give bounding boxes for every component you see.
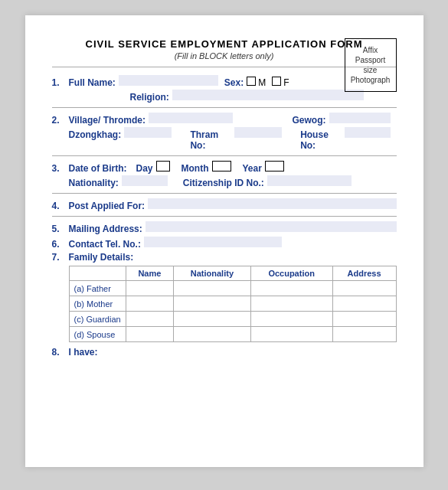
table-row: (a) Father <box>69 281 396 296</box>
field-number-4: 4. <box>52 201 69 211</box>
house-input[interactable] <box>345 127 391 138</box>
day-input[interactable] <box>156 161 170 172</box>
year-input[interactable] <box>265 161 284 172</box>
contact-input[interactable] <box>144 237 282 247</box>
year-label: Year <box>243 163 262 174</box>
table-row: (d) Spouse <box>69 327 396 342</box>
fullname-input[interactable] <box>119 75 218 86</box>
sex-f-checkbox[interactable] <box>272 77 281 86</box>
col-header-occupation: Occupation <box>250 266 332 281</box>
village-input[interactable] <box>149 113 233 123</box>
father-name[interactable] <box>126 281 173 296</box>
day-label: Day <box>136 163 153 174</box>
guardian-address[interactable] <box>332 312 396 327</box>
table-row: (b) Mother <box>69 296 396 312</box>
col-header-nationality: Nationality <box>174 266 251 281</box>
thram-label: Thram No: <box>190 129 231 151</box>
nationality-input[interactable] <box>122 175 168 186</box>
divider-5 <box>52 216 397 217</box>
table-row: (c) Guardian <box>69 312 396 327</box>
nationality-row: Nationality: Citizenship ID No.: <box>52 175 397 188</box>
spouse-label: (d) Spouse <box>69 327 126 342</box>
family-label: Family Details: <box>69 252 134 263</box>
post-input[interactable] <box>148 198 396 209</box>
col-header-address: Address <box>332 266 396 281</box>
col-header-empty <box>69 266 126 281</box>
spouse-address[interactable] <box>332 327 396 342</box>
contact-label: Contact Tel. No.: <box>69 239 141 250</box>
citizenship-input[interactable] <box>267 175 352 186</box>
citizenship-label: Citizenship ID No.: <box>183 178 264 188</box>
gewog-label: Gewog: <box>293 115 326 126</box>
guardian-occupation[interactable] <box>250 312 332 327</box>
gewog-input[interactable] <box>329 113 391 123</box>
sex-label: Sex: <box>224 77 244 88</box>
village-row: 2. Village/ Thromde: Gewog: <box>52 113 397 126</box>
spouse-occupation[interactable] <box>250 327 332 342</box>
mother-nationality[interactable] <box>174 296 251 312</box>
ihave-label: I have: <box>69 347 98 358</box>
spouse-nationality[interactable] <box>174 327 251 342</box>
father-address[interactable] <box>332 281 396 296</box>
thram-input[interactable] <box>234 127 282 138</box>
field-number-7: 7. <box>52 252 69 263</box>
guardian-name[interactable] <box>126 312 173 327</box>
form-page: CIVIL SERVICE EMPLOYMENT APPLICATION FOR… <box>25 15 423 467</box>
village-label: Village/ Thromde: <box>69 115 146 126</box>
dzongkhag-row: Dzongkhag: Thram No: House No: <box>52 127 397 151</box>
field-number-8: 8. <box>52 347 69 358</box>
photo-label: AffixPassportsizePhotograph <box>351 45 391 85</box>
father-occupation[interactable] <box>250 281 332 296</box>
sex-m-checkbox[interactable] <box>247 77 256 86</box>
spouse-name[interactable] <box>126 327 173 342</box>
dob-label: Date of Birth: <box>69 163 127 174</box>
sex-f-label: F <box>283 77 289 88</box>
religion-label: Religion: <box>130 92 169 103</box>
contact-row: 6. Contact Tel. No.: <box>52 237 397 250</box>
guardian-nationality[interactable] <box>174 312 251 327</box>
field-number-2: 2. <box>52 115 69 126</box>
divider-4 <box>52 193 397 194</box>
father-label: (a) Father <box>69 281 126 296</box>
post-label: Post Applied For: <box>69 201 146 211</box>
family-table: Name Nationality Occupation Address (a) … <box>69 266 397 342</box>
religion-input[interactable] <box>172 90 364 100</box>
mother-address[interactable] <box>332 296 396 312</box>
table-header-row: Name Nationality Occupation Address <box>69 266 396 281</box>
mailing-label: Mailing Address: <box>69 224 142 234</box>
nationality-label: Nationality: <box>69 178 119 188</box>
father-nationality[interactable] <box>174 281 251 296</box>
fullname-label: Full Name: <box>69 77 116 88</box>
divider-2 <box>52 107 397 108</box>
ihave-row: 8. I have: <box>52 347 397 358</box>
divider-3 <box>52 155 397 156</box>
sex-m-label: M <box>258 77 266 88</box>
month-input[interactable] <box>212 161 231 172</box>
mother-name[interactable] <box>126 296 173 312</box>
mother-occupation[interactable] <box>250 296 332 312</box>
dzongkhag-input[interactable] <box>124 127 172 138</box>
field-number-5: 5. <box>52 224 69 234</box>
dob-row: 3. Date of Birth: Day Month Year <box>52 161 397 174</box>
col-header-name: Name <box>126 266 173 281</box>
mailing-input[interactable] <box>146 221 397 232</box>
field-number-1: 1. <box>52 77 69 88</box>
month-label: Month <box>181 163 209 174</box>
post-row: 4. Post Applied For: <box>52 198 397 211</box>
field-number-3: 3. <box>52 163 69 174</box>
field-number-6: 6. <box>52 239 69 250</box>
mailing-row: 5. Mailing Address: <box>52 221 397 234</box>
family-header-row: 7. Family Details: <box>52 252 397 263</box>
house-label: House No: <box>300 129 341 151</box>
photo-box: AffixPassportsizePhotograph <box>345 38 397 92</box>
dzongkhag-label: Dzongkhag: <box>69 129 122 140</box>
mother-label: (b) Mother <box>69 296 126 312</box>
guardian-label: (c) Guardian <box>69 312 126 327</box>
